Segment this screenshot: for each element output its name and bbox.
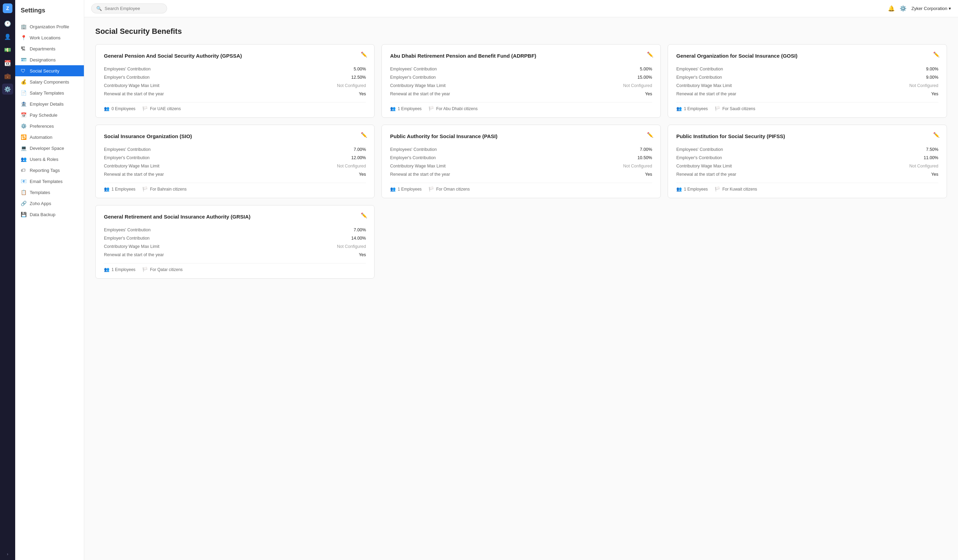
flag-icon-grsia: 🏳️ [142, 267, 148, 272]
card-employees-count-adrpbf: 👥 1 Employees [390, 106, 422, 111]
card-edit-button-pasi[interactable]: ✏️ [646, 131, 654, 139]
card-row-emp-contrib-pifss: Employees' Contribution 7.50% [676, 145, 938, 154]
sidebar-icon-employer-details: 🏦 [21, 101, 26, 107]
card-value-emp-contrib-pifss: 7.50% [926, 147, 938, 152]
flag-icon-gosi: 🏳️ [715, 106, 720, 111]
card-employees-label-sio: 1 Employees [111, 187, 135, 192]
card-citizens-sio: 🏳️ For Bahrain citizens [142, 186, 186, 192]
sidebar-item-templates[interactable]: 📋 Templates [15, 187, 84, 198]
sidebar-label-zoho-apps: Zoho Apps [30, 201, 51, 206]
flag-icon-pasi: 🏳️ [428, 186, 434, 192]
sidebar-item-salary-components[interactable]: 💰 Salary Components [15, 76, 84, 87]
sidebar-item-preferences[interactable]: ⚙️ Preferences [15, 121, 84, 132]
card-label-er-contrib: Employer's Contribution [104, 75, 149, 80]
nav-icon-calendar[interactable]: 📆 [2, 57, 13, 68]
sidebar-label-data-backup: Data Backup [30, 212, 55, 217]
card-edit-button-gosi[interactable]: ✏️ [933, 51, 941, 58]
card-label-wage-limit: Contributory Wage Max Limit [104, 244, 160, 249]
card-citizens-grsia: 🏳️ For Qatar citizens [142, 267, 182, 272]
card-edit-button-pifss[interactable]: ✏️ [933, 131, 941, 139]
sidebar-item-zoho-apps[interactable]: 🔗 Zoho Apps [15, 198, 84, 209]
card-label-emp-contrib: Employees' Contribution [390, 147, 437, 152]
sidebar-item-designations[interactable]: 🪪 Designations [15, 54, 84, 65]
nav-icon-money[interactable]: 💵 [2, 44, 13, 55]
sidebar-item-social-security[interactable]: 🛡 Social Security [15, 65, 84, 76]
card-citizens-label-pasi: For Oman citizens [436, 187, 469, 192]
employees-icon-pifss: 👥 [676, 186, 682, 192]
settings-icon[interactable]: ⚙️ [900, 5, 907, 12]
card-row-renewal-pifss: Renewal at the start of the year Yes [676, 170, 938, 179]
card-label-er-contrib: Employer's Contribution [676, 75, 722, 80]
card-row-wage-limit-gosi: Contributory Wage Max Limit Not Configur… [676, 81, 938, 90]
card-title-sio: Social Insurance Organization (SIO) [104, 133, 366, 140]
card-row-renewal-gpssa: Renewal at the start of the year Yes [104, 90, 366, 98]
card-label-renewal: Renewal at the start of the year [676, 92, 736, 96]
card-employees-count-sio: 👥 1 Employees [104, 186, 135, 192]
sidebar-item-org-profile[interactable]: 🏢 Organization Profile [15, 21, 84, 32]
app-logo: Z [3, 3, 13, 13]
employees-icon-sio: 👥 [104, 186, 109, 192]
sidebar-item-automation[interactable]: 🔁 Automation [15, 132, 84, 143]
card-value-renewal-pasi: Yes [645, 172, 652, 177]
card-citizens-label-gpssa: For UAE citizens [150, 106, 181, 111]
card-label-renewal: Renewal at the start of the year [390, 172, 450, 177]
card-value-wage-limit-adrpbf: Not Configured [623, 83, 652, 88]
card-value-er-contrib-gosi: 9.00% [926, 75, 938, 80]
card-employees-label-pifss: 1 Employees [684, 187, 708, 192]
card-citizens-pifss: 🏳️ For Kuwait citizens [715, 186, 757, 192]
sidebar-item-users-roles[interactable]: 👥 Users & Roles [15, 154, 84, 165]
card-value-renewal-sio: Yes [359, 172, 366, 177]
card-value-emp-contrib-gosi: 9.00% [926, 67, 938, 71]
sidebar-icon-automation: 🔁 [21, 134, 26, 140]
card-value-emp-contrib-sio: 7.00% [354, 147, 366, 152]
card-row-er-contrib-gosi: Employer's Contribution 9.00% [676, 73, 938, 81]
card-row-wage-limit-pifss: Contributory Wage Max Limit Not Configur… [676, 162, 938, 170]
sidebar-item-pay-schedule[interactable]: 📅 Pay Schedule [15, 109, 84, 121]
sidebar-icon-departments: 🏗 [21, 46, 26, 51]
sidebar-item-developer-space[interactable]: 💻 Developer Space [15, 143, 84, 154]
card-employees-count-gpssa: 👥 0 Employees [104, 106, 135, 111]
sidebar-item-employer-details[interactable]: 🏦 Employer Details [15, 98, 84, 109]
org-name-text: Zyker Corporation [911, 6, 947, 11]
nav-icon-settings[interactable]: ⚙️ [2, 84, 13, 95]
topbar: 🔍 🔔 ⚙️ Zyker Corporation ▾ [84, 0, 958, 17]
card-title-adrpbf: Abu Dhabi Retirement Pension and Benefit… [390, 52, 652, 59]
card-edit-button-gpssa[interactable]: ✏️ [360, 51, 368, 58]
card-edit-button-adrpbf[interactable]: ✏️ [646, 51, 654, 58]
topbar-right: 🔔 ⚙️ Zyker Corporation ▾ [888, 5, 951, 12]
sidebar-label-preferences: Preferences [30, 124, 54, 129]
sidebar-item-email-templates[interactable]: 📧 Email Templates [15, 176, 84, 187]
card-label-wage-limit: Contributory Wage Max Limit [104, 163, 160, 168]
sidebar-label-automation: Automation [30, 135, 52, 140]
card-label-emp-contrib: Employees' Contribution [676, 67, 723, 71]
search-input[interactable] [105, 6, 162, 11]
nav-icon-clock[interactable]: 🕐 [2, 18, 13, 29]
sidebar-item-salary-templates[interactable]: 📄 Salary Templates [15, 87, 84, 98]
card-value-emp-contrib-adrpbf: 5.00% [640, 67, 652, 71]
card-citizens-label-pifss: For Kuwait citizens [722, 187, 757, 192]
sidebar-item-reporting-tags[interactable]: 🏷 Reporting Tags [15, 165, 84, 176]
card-footer-pifss: 👥 1 Employees 🏳️ For Kuwait citizens [676, 186, 938, 192]
sidebar-item-data-backup[interactable]: 💾 Data Backup [15, 209, 84, 220]
card-value-er-contrib-pifss: 11.00% [924, 155, 938, 160]
nav-icon-person[interactable]: 👤 [2, 31, 13, 42]
card-row-wage-limit-gpssa: Contributory Wage Max Limit Not Configur… [104, 81, 366, 90]
employees-icon-adrpbf: 👥 [390, 106, 396, 111]
card-edit-button-sio[interactable]: ✏️ [360, 131, 368, 139]
collapse-sidebar-button[interactable]: › [7, 552, 8, 557]
search-box[interactable]: 🔍 [91, 3, 167, 13]
card-edit-button-grsia[interactable]: ✏️ [360, 212, 368, 219]
org-name[interactable]: Zyker Corporation ▾ [911, 6, 951, 11]
card-row-renewal-adrpbf: Renewal at the start of the year Yes [390, 90, 652, 98]
sidebar-icon-users-roles: 👥 [21, 156, 26, 162]
notification-icon[interactable]: 🔔 [888, 5, 895, 12]
card-employees-label-gosi: 1 Employees [684, 106, 708, 111]
sidebar-label-salary-components: Salary Components [30, 79, 69, 84]
card-title-grsia: General Retirement and Social Insurance … [104, 213, 366, 220]
sidebar-item-work-locations[interactable]: 📍 Work Locations [15, 32, 84, 43]
nav-icon-briefcase[interactable]: 💼 [2, 70, 13, 81]
sidebar-item-departments[interactable]: 🏗 Departments [15, 43, 84, 54]
employees-icon-gosi: 👥 [676, 106, 682, 111]
card-row-emp-contrib-gosi: Employees' Contribution 9.00% [676, 65, 938, 73]
sidebar-label-developer-space: Developer Space [30, 146, 64, 151]
